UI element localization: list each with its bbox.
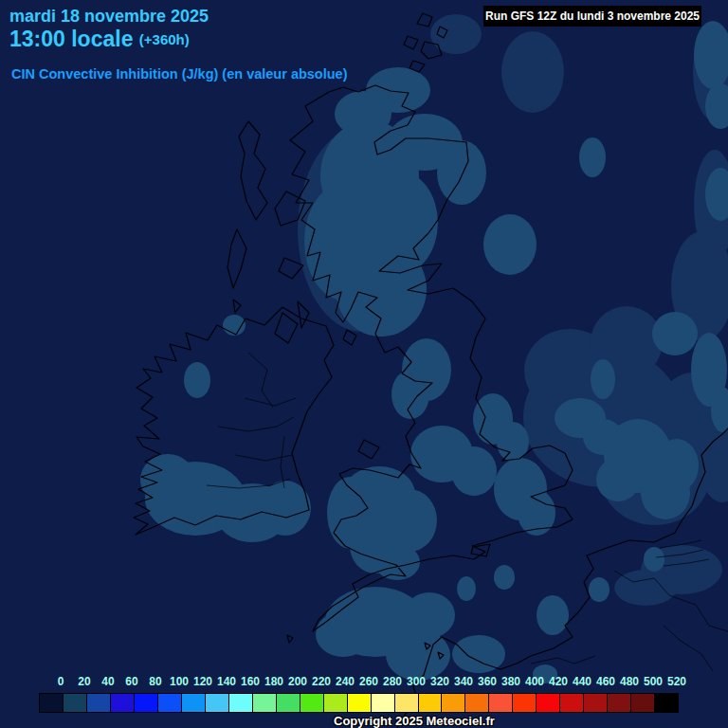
color-scale-cell xyxy=(300,693,324,713)
color-scale-cell xyxy=(276,693,300,713)
color-scale-bar xyxy=(39,693,679,713)
color-scale-tick-label: 220 xyxy=(312,675,331,688)
color-scale-cell xyxy=(464,693,489,713)
color-scale-cell xyxy=(110,693,135,713)
weather-map-page: mardi 18 novembre 2025 13:00 locale (+36… xyxy=(0,0,728,728)
color-scale-tick-label: 420 xyxy=(549,675,568,688)
copyright-notice: Copyright 2025 Meteociel.fr xyxy=(334,714,495,728)
color-scale-cell xyxy=(252,693,277,713)
color-scale-cell xyxy=(536,693,560,713)
color-scale-tick-label: 160 xyxy=(241,675,260,688)
forecast-time: 13:00 locale (+360h) xyxy=(9,27,209,52)
color-scale-tick-label: 240 xyxy=(336,675,355,688)
color-scale-cell xyxy=(86,693,111,713)
color-scale-cell xyxy=(559,693,584,713)
color-scale-tick-label: 480 xyxy=(620,675,639,688)
color-scale-tick-label: 0 xyxy=(58,675,64,688)
color-scale-tick-label: 360 xyxy=(478,675,497,688)
color-scale-tick-label: 280 xyxy=(383,675,402,688)
color-scale-cell xyxy=(63,693,87,713)
model-run-label: Run GFS 12Z du lundi 3 novembre 2025 xyxy=(485,9,700,23)
color-scale-tick-label: 460 xyxy=(596,675,615,688)
color-scale-cell xyxy=(228,693,253,713)
color-scale-tick-label: 260 xyxy=(359,675,378,688)
color-scale-tick-label: 300 xyxy=(407,675,426,688)
color-scale-tick-label: 320 xyxy=(430,675,449,688)
color-scale-cell xyxy=(157,693,182,713)
color-scale-cell xyxy=(347,693,372,713)
color-scale-tick-label: 120 xyxy=(193,675,212,688)
color-scale-cell xyxy=(654,693,679,713)
color-scale-cell xyxy=(488,693,513,713)
color-scale-labels: 0204060801001201401601802002202402602803… xyxy=(39,675,679,689)
color-scale-cell xyxy=(418,693,443,713)
color-scale-cell xyxy=(583,693,608,713)
color-scale-cell xyxy=(181,693,206,713)
color-scale-cell xyxy=(441,693,465,713)
color-scale-tick-label: 500 xyxy=(644,675,663,688)
color-scale-cell xyxy=(134,693,158,713)
color-scale-cell xyxy=(394,693,419,713)
parameter-title: CIN Convective Inhibition (J/kg) (en val… xyxy=(11,66,348,82)
color-scale-tick-label: 520 xyxy=(667,675,686,688)
color-scale-tick-label: 380 xyxy=(501,675,520,688)
map-header: mardi 18 novembre 2025 13:00 locale (+36… xyxy=(9,6,209,52)
color-scale-cell xyxy=(607,693,631,713)
color-scale-tick-label: 40 xyxy=(101,675,114,688)
model-run-banner: Run GFS 12Z du lundi 3 novembre 2025 xyxy=(483,6,701,27)
color-scale-tick-label: 340 xyxy=(454,675,473,688)
color-scale-tick-label: 20 xyxy=(78,675,90,688)
color-scale-cell xyxy=(205,693,229,713)
color-scale-cell xyxy=(512,693,537,713)
color-scale-tick-label: 180 xyxy=(264,675,283,688)
color-scale-cell xyxy=(371,693,395,713)
forecast-map-image xyxy=(0,0,728,728)
color-scale-tick-label: 60 xyxy=(125,675,137,688)
color-scale-tick-label: 140 xyxy=(217,675,236,688)
color-scale-tick-label: 100 xyxy=(170,675,189,688)
forecast-hour-offset: (+360h) xyxy=(139,31,190,47)
color-scale-tick-label: 200 xyxy=(288,675,307,688)
color-scale-cell xyxy=(630,693,655,713)
forecast-date: mardi 18 novembre 2025 xyxy=(9,6,209,27)
color-scale-tick-label: 80 xyxy=(149,675,161,688)
color-scale-tick-label: 400 xyxy=(525,675,544,688)
color-scale-cell xyxy=(323,693,348,713)
color-scale-tick-label: 440 xyxy=(573,675,592,688)
forecast-time-label: 13:00 locale xyxy=(9,27,133,51)
color-scale-cell xyxy=(39,693,64,713)
